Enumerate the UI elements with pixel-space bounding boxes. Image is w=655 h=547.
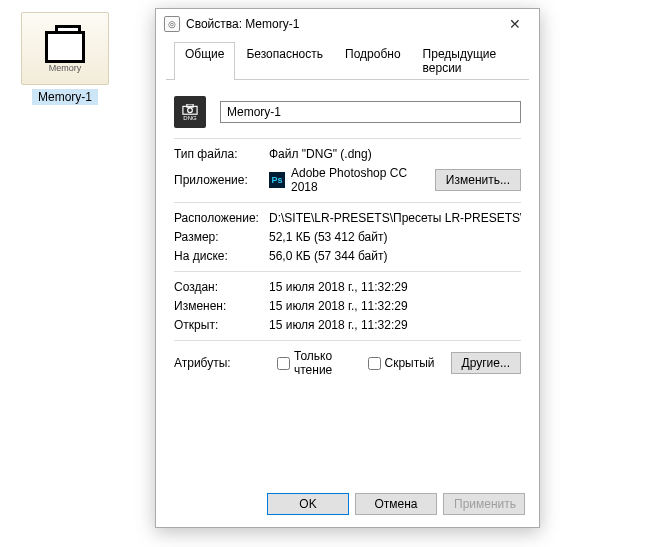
separator [174, 271, 521, 272]
value-ondisk: 56,0 КБ (57 344 байт) [269, 249, 521, 263]
ok-button[interactable]: OK [267, 493, 349, 515]
titlebar[interactable]: ◎ Свойства: Memory-1 ✕ [156, 9, 539, 39]
label-created: Создан: [174, 280, 269, 294]
dng-label: DNG [183, 115, 196, 121]
desktop-file[interactable]: Memory Memory-1 [20, 12, 110, 105]
close-icon: ✕ [509, 16, 521, 32]
other-attributes-button[interactable]: Другие... [451, 352, 521, 374]
dng-file-icon: DNG [174, 96, 206, 128]
checkbox-hidden-wrap[interactable]: Скрытый [368, 356, 435, 370]
apply-button[interactable]: Применить [443, 493, 525, 515]
label-size: Размер: [174, 230, 269, 244]
tab-security[interactable]: Безопасность [235, 42, 334, 80]
checkbox-hidden-label: Скрытый [385, 356, 435, 370]
label-app: Приложение: [174, 173, 269, 187]
tab-strip: Общие Безопасность Подробно Предыдущие в… [166, 41, 529, 80]
file-thumbnail-icon: Memory [21, 12, 109, 85]
cancel-button[interactable]: Отмена [355, 493, 437, 515]
change-app-button[interactable]: Изменить... [435, 169, 521, 191]
tab-general[interactable]: Общие [174, 42, 235, 80]
separator [174, 340, 521, 341]
checkbox-readonly-label: Только чтение [294, 349, 360, 377]
tab-details[interactable]: Подробно [334, 42, 412, 80]
window-title: Свойства: Memory-1 [186, 17, 495, 31]
label-location: Расположение: [174, 211, 269, 225]
file-caption[interactable]: Memory-1 [32, 89, 98, 105]
properties-dialog: ◎ Свойства: Memory-1 ✕ Общие Безопасност… [155, 8, 540, 528]
tab-previous-versions[interactable]: Предыдущие версии [412, 42, 521, 80]
tab-content-general: DNG Тип файла: Файл "DNG" (.dng) Приложе… [156, 80, 539, 483]
separator [174, 138, 521, 139]
window-icon: ◎ [164, 16, 180, 32]
label-accessed: Открыт: [174, 318, 269, 332]
photoshop-icon: Ps [269, 172, 285, 188]
value-created: 15 июля 2018 г., 11:32:29 [269, 280, 521, 294]
value-accessed: 15 июля 2018 г., 11:32:29 [269, 318, 521, 332]
value-location: D:\SITE\LR-PRESETS\Пресеты LR-PRESETS\8. [269, 211, 521, 225]
label-modified: Изменен: [174, 299, 269, 313]
value-modified: 15 июля 2018 г., 11:32:29 [269, 299, 521, 313]
value-app: Adobe Photoshop CC 2018 [291, 166, 435, 194]
filename-input[interactable] [220, 101, 521, 123]
value-filetype: Файл "DNG" (.dng) [269, 147, 521, 161]
checkbox-readonly-wrap[interactable]: Только чтение [277, 349, 360, 377]
close-button[interactable]: ✕ [495, 10, 535, 38]
svg-rect-1 [187, 104, 193, 107]
separator [174, 202, 521, 203]
file-thumb-label: Memory [49, 63, 82, 73]
checkbox-readonly[interactable] [277, 357, 290, 370]
label-attributes: Атрибуты: [174, 356, 269, 370]
dialog-button-row: OK Отмена Применить [156, 483, 539, 527]
checkbox-hidden[interactable] [368, 357, 381, 370]
value-size: 52,1 КБ (53 412 байт) [269, 230, 521, 244]
label-ondisk: На диске: [174, 249, 269, 263]
svg-point-2 [188, 107, 193, 112]
label-filetype: Тип файла: [174, 147, 269, 161]
